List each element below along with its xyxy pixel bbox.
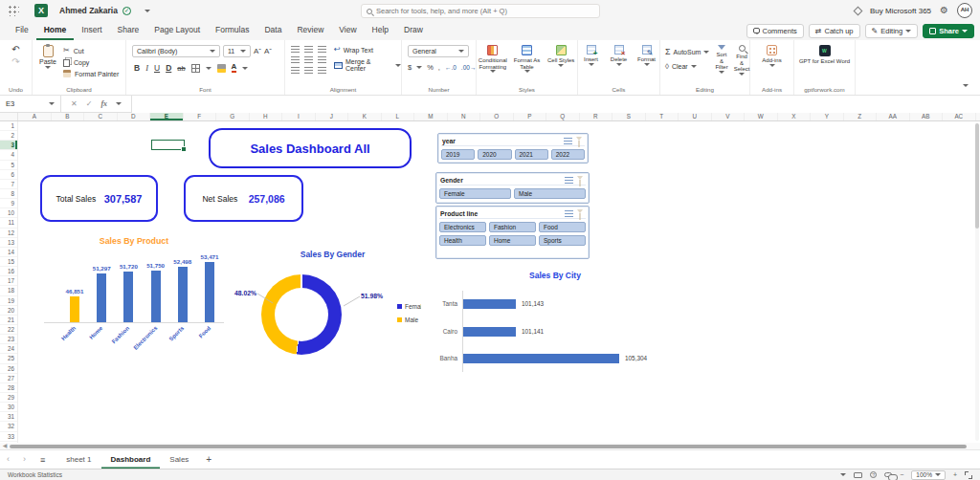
column-header-ac[interactable]: AC — [943, 113, 976, 120]
percent-format-button[interactable]: % — [427, 63, 434, 72]
horizontal-scrollbar[interactable]: ◀ — [0, 443, 980, 449]
row-header-26[interactable]: 26 — [0, 364, 17, 374]
vertical-scrollbar-thumb[interactable] — [975, 123, 979, 229]
menu-tab-help[interactable]: Help — [365, 21, 396, 40]
column-header-f[interactable]: F — [184, 113, 217, 120]
middle-align-icon[interactable] — [304, 46, 313, 53]
slicer-gender-female[interactable]: Female — [439, 188, 511, 199]
row-header-6[interactable]: 6 — [0, 170, 17, 180]
double-underline-button[interactable]: D — [166, 63, 171, 73]
column-header-u[interactable]: U — [679, 113, 712, 120]
add-sheet-button[interactable]: + — [198, 451, 219, 469]
buy-microsoft-365-link[interactable]: Buy Microsoft 365 — [870, 7, 931, 15]
row-header-3[interactable]: 3 — [0, 141, 17, 150]
editing-mode-button[interactable]: ✎ Editing — [865, 24, 919, 38]
row-header-21[interactable]: 21 — [0, 316, 17, 325]
horizontal-scrollbar-thumb[interactable] — [10, 445, 967, 448]
row-header-2[interactable]: 2 — [0, 131, 17, 141]
multiselect-icon[interactable] — [565, 177, 573, 184]
column-header-g[interactable]: G — [216, 113, 250, 120]
number-format-select[interactable]: General — [408, 45, 469, 57]
slicer-year-2020[interactable]: 2020 — [478, 149, 511, 160]
row-header-4[interactable]: 4 — [0, 150, 17, 160]
slicer-gender[interactable]: GenderFemaleMale — [435, 172, 590, 204]
column-header-o[interactable]: O — [480, 113, 514, 120]
city-chart[interactable]: Sales By City Tanta101,143Cairo101,141Ba… — [421, 268, 689, 375]
row-header-25[interactable]: 25 — [0, 354, 17, 363]
merge-center-button[interactable]: Merge & Center — [334, 58, 401, 72]
slicer-product-line-fashion[interactable]: Fashion — [489, 222, 536, 232]
format-painter-button[interactable]: Format Painter — [63, 70, 119, 77]
column-header-e[interactable]: E — [150, 113, 184, 120]
chevron-down-icon[interactable] — [840, 473, 846, 476]
row-header-29[interactable]: 29 — [0, 393, 17, 403]
bottom-align-icon[interactable] — [318, 46, 326, 53]
chevron-down-icon[interactable] — [145, 10, 150, 12]
share-button[interactable]: Share — [923, 24, 974, 38]
gender-chart[interactable]: Sales By Gender 48.02% 51.98% FemaleMale — [234, 246, 431, 360]
sheet-tab-sales[interactable]: Sales — [160, 450, 198, 469]
row-header-13[interactable]: 13 — [0, 238, 17, 248]
fullscreen-icon[interactable] — [965, 471, 972, 479]
column-header-y[interactable]: Y — [811, 113, 844, 120]
selected-cell-e3[interactable] — [151, 140, 185, 150]
top-align-icon[interactable] — [291, 46, 300, 53]
column-header-z[interactable]: Z — [844, 113, 878, 120]
menu-tab-review[interactable]: Review — [289, 21, 331, 40]
row-header-16[interactable]: 16 — [0, 267, 17, 276]
total-sales-card[interactable]: Total Sales 307,587 — [40, 175, 158, 222]
clear-filter-icon[interactable] — [577, 209, 585, 217]
search-bar[interactable] — [361, 4, 600, 18]
menu-tab-view[interactable]: View — [331, 21, 364, 40]
row-header-8[interactable]: 8 — [0, 189, 17, 199]
column-header-q[interactable]: Q — [546, 113, 580, 120]
font-color-button[interactable]: A — [232, 63, 237, 73]
zoom-out-button[interactable]: − — [900, 470, 903, 480]
clear-filter-icon[interactable] — [576, 137, 584, 144]
bold-button[interactable]: B — [134, 63, 140, 73]
autosum-button[interactable]: Σ AutoSum — [665, 47, 709, 56]
column-header-aa[interactable]: AA — [877, 113, 910, 120]
excel-logo-icon[interactable]: X — [34, 4, 48, 17]
workbook-statistics-button[interactable]: Workbook Statistics — [8, 471, 62, 478]
column-header-l[interactable]: L — [382, 113, 415, 120]
shrink-font-button[interactable]: Aˇ — [264, 47, 272, 55]
account-avatar[interactable]: AH — [957, 3, 972, 18]
row-header-10[interactable]: 10 — [0, 208, 17, 218]
row-header-18[interactable]: 18 — [0, 286, 17, 295]
column-header-r[interactable]: R — [580, 113, 613, 120]
row-header-12[interactable]: 12 — [0, 229, 17, 238]
row-header-9[interactable]: 9 — [0, 199, 17, 208]
slicer-year-2022[interactable]: 2022 — [551, 149, 585, 160]
row-header-23[interactable]: 23 — [0, 335, 17, 344]
row-header-15[interactable]: 15 — [0, 257, 17, 267]
row-header-33[interactable]: 33 — [0, 432, 17, 442]
row-header-1[interactable]: 1 — [0, 121, 17, 131]
menu-tab-insert[interactable]: Insert — [74, 21, 109, 40]
menu-tab-data[interactable]: Data — [256, 21, 289, 40]
chevron-down-icon[interactable] — [242, 67, 248, 70]
font-size-select[interactable]: 11 — [223, 45, 251, 57]
row-header-19[interactable]: 19 — [0, 296, 17, 306]
increase-decimal-button[interactable]: ←.0 — [445, 64, 457, 71]
column-header-p[interactable]: P — [514, 113, 547, 120]
menu-tab-page-layout[interactable]: Page Layout — [146, 21, 208, 40]
settings-gear-icon[interactable]: ⚙ — [940, 6, 948, 15]
column-header-a[interactable]: A — [18, 113, 52, 120]
grid-area[interactable]: 1234567891011121314151617181920212223242… — [0, 121, 980, 443]
borders-button[interactable] — [191, 64, 200, 73]
row-header-31[interactable]: 31 — [0, 412, 17, 422]
column-header-h[interactable]: H — [250, 113, 283, 120]
row-header-30[interactable]: 30 — [0, 403, 17, 412]
row-header-24[interactable]: 24 — [0, 344, 17, 354]
net-sales-card[interactable]: Net Sales 257,086 — [184, 175, 303, 222]
decrease-indent-icon[interactable] — [291, 67, 300, 74]
zoom-in-button[interactable]: + — [953, 470, 957, 480]
column-header-t[interactable]: T — [646, 113, 679, 120]
prev-sheet-arrow-icon[interactable]: ‹ — [0, 450, 16, 469]
name-box[interactable]: E3 — [0, 96, 61, 113]
formula-input[interactable] — [132, 96, 980, 113]
font-name-select[interactable]: Calibri (Body) — [132, 45, 220, 57]
scroll-left-arrow-icon[interactable]: ◀ — [0, 443, 10, 449]
sheet-tab-dashboard[interactable]: Dashboard — [101, 450, 161, 469]
